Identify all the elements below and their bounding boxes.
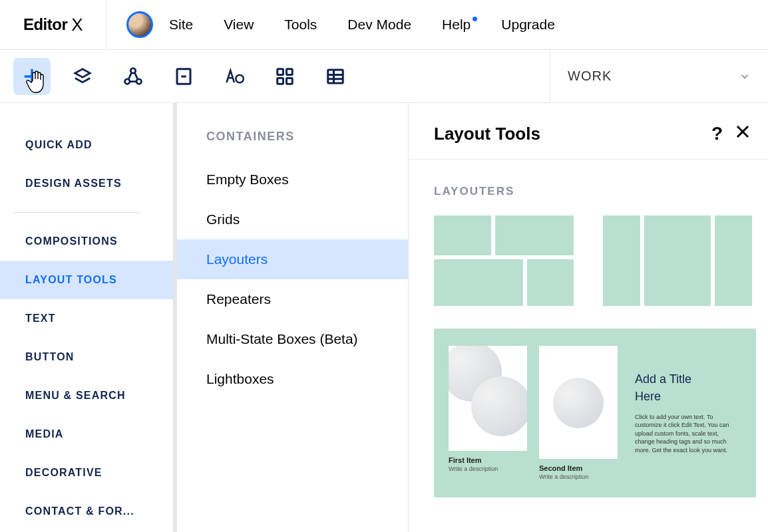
molecule-icon — [123, 66, 143, 86]
logo-x: X — [71, 15, 83, 35]
icon-toolbar: WORK — [0, 50, 768, 103]
subcategory-sidebar: CONTAINERS Empty Boxes Grids Layouters R… — [177, 103, 409, 532]
top-menu: Site View Tools Dev Mode Help Upgrade — [169, 17, 555, 33]
avatar[interactable] — [126, 11, 153, 38]
sb1-decorative[interactable]: Decorative — [0, 454, 173, 492]
menu-site[interactable]: Site — [169, 17, 193, 33]
theme-icon — [224, 66, 244, 86]
sb2-lightboxes[interactable]: Lightboxes — [177, 359, 408, 399]
sb1-compositions[interactable]: Compositions — [0, 222, 173, 261]
chevron-down-icon — [739, 70, 751, 82]
notification-dot — [473, 17, 477, 21]
theme-button[interactable] — [216, 58, 253, 95]
table-icon — [325, 66, 345, 86]
card-title: Add a Title Here — [635, 371, 735, 404]
svg-rect-10 — [278, 78, 284, 84]
main-area: Quick Add Design Assets Compositions Lay… — [0, 103, 768, 532]
second-item-caption: Second Item — [539, 464, 618, 472]
layouter-thumb-2[interactable] — [603, 215, 752, 306]
svg-point-4 — [136, 78, 142, 84]
svg-rect-11 — [287, 78, 293, 84]
sb1-contact-form[interactable]: Contact & For... — [0, 492, 173, 531]
layouter-thumb-3[interactable]: First Item Write a description Second It… — [434, 329, 756, 497]
svg-rect-9 — [287, 68, 293, 74]
first-item-caption: First Item — [449, 456, 527, 464]
help-icon[interactable]: ? — [711, 123, 723, 144]
content-body: LAYOUTERS — [409, 160, 768, 497]
close-icon[interactable] — [735, 123, 751, 144]
data-button[interactable] — [317, 58, 354, 95]
svg-point-3 — [125, 78, 130, 84]
layers-icon — [73, 66, 93, 86]
sb2-empty-boxes[interactable]: Empty Boxes — [177, 160, 408, 200]
first-item-desc: Write a description — [449, 466, 527, 472]
svg-point-7 — [236, 74, 244, 82]
category-sidebar: Quick Add Design Assets Compositions Lay… — [0, 103, 177, 532]
layers-button[interactable] — [64, 58, 101, 95]
menu-tools[interactable]: Tools — [284, 17, 317, 33]
menu-view[interactable]: View — [224, 17, 254, 33]
containers-heading: CONTAINERS — [177, 130, 408, 144]
panel-title: Layout Tools — [434, 124, 699, 144]
logo-text: Editor — [23, 15, 67, 34]
menu-devmode[interactable]: Dev Mode — [347, 17, 411, 33]
top-bar: Editor X Site View Tools Dev Mode Help U… — [0, 0, 768, 50]
page-icon — [174, 66, 194, 86]
sb1-quick-add[interactable]: Quick Add — [0, 126, 173, 164]
sidebar-divider — [13, 212, 140, 213]
svg-rect-12 — [328, 70, 343, 83]
add-button[interactable] — [13, 58, 51, 95]
apps-button[interactable] — [266, 58, 303, 95]
grid-icon — [275, 66, 295, 86]
svg-rect-8 — [278, 68, 284, 74]
menu-help[interactable]: Help — [442, 17, 471, 33]
sb2-layouters[interactable]: Layouters — [177, 239, 408, 279]
sb1-design-assets[interactable]: Design Assets — [0, 164, 173, 203]
sb1-media[interactable]: Media — [0, 415, 173, 454]
page-dropdown-label: WORK — [568, 68, 612, 84]
layouter-thumbnails — [434, 215, 756, 306]
svg-point-2 — [130, 68, 136, 73]
master-button[interactable] — [114, 58, 152, 95]
card-desc: Click to add your own text. To customize… — [635, 413, 735, 455]
menu-upgrade[interactable]: Upgrade — [501, 17, 555, 33]
second-item-desc: Write a description — [539, 473, 618, 480]
sb1-button[interactable]: Button — [0, 338, 173, 376]
page-dropdown[interactable]: WORK — [550, 50, 768, 102]
logo: Editor X — [0, 0, 106, 49]
sb1-layout-tools[interactable]: Layout Tools — [0, 261, 173, 299]
menu-help-label: Help — [442, 17, 471, 32]
content-panel: Layout Tools ? LAYOUTERS — [409, 103, 768, 532]
plus-icon — [22, 66, 42, 86]
sb2-grids[interactable]: Grids — [177, 200, 408, 239]
sb1-text[interactable]: Text — [0, 299, 173, 338]
sb2-multistate[interactable]: Multi-State Boxes (Beta) — [177, 319, 408, 359]
sb2-repeaters[interactable]: Repeaters — [177, 279, 408, 319]
content-header: Layout Tools ? — [409, 103, 768, 160]
sb1-menu-search[interactable]: Menu & Search — [0, 376, 173, 415]
layouters-label: LAYOUTERS — [434, 185, 756, 198]
layouter-thumb-1[interactable] — [434, 215, 574, 306]
page-button[interactable] — [165, 58, 202, 95]
